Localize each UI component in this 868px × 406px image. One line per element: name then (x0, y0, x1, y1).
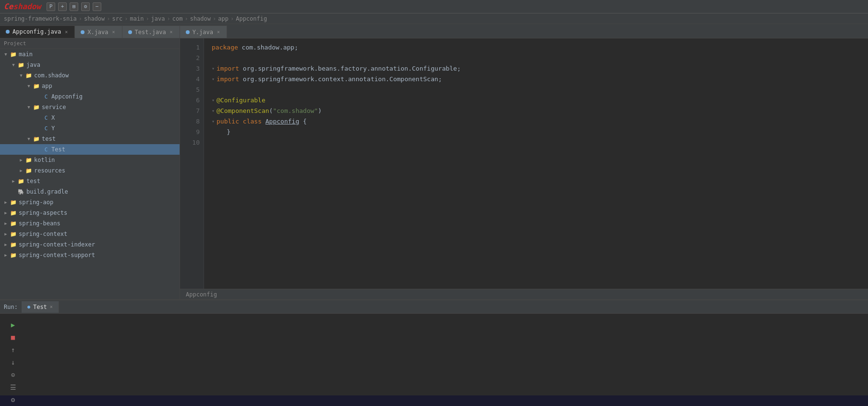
arrow-test-folder: ▼ (25, 136, 33, 141)
tree-label-main: main (19, 51, 33, 58)
line-numbers: 1 2 3 4 5 6 7 8 9 10 (180, 38, 204, 289)
run-list-button[interactable]: ☰ (8, 382, 18, 393)
tree-item-resources[interactable]: ▶ 📁 resources (0, 165, 180, 176)
run-arrow-down-button[interactable]: ↓ (8, 357, 18, 368)
arrow-test-root: ▶ (10, 179, 17, 184)
editor-tabs: Appconfig.java × X.java × Test.java × Y.… (0, 24, 868, 38)
tab-close-test[interactable]: × (169, 29, 174, 35)
arrow-spring-context-indexer: ▶ (2, 242, 10, 247)
run-camera-button[interactable]: ⊙ (8, 369, 18, 380)
code-line-8: ▾ public class Appconfig { (212, 116, 860, 127)
split-icon[interactable]: ⊞ (70, 2, 78, 11)
code-line-1: package com.shadow.app; (212, 42, 860, 53)
arrow-spring-aop: ▶ (2, 200, 10, 205)
tree-label-y: Y (51, 125, 55, 132)
tab-test[interactable]: Test.java × (122, 25, 180, 38)
tree-item-service[interactable]: ▼ 📁 service (0, 102, 180, 112)
fold-icon-6[interactable]: ▾ (212, 97, 215, 104)
code-line-3: ▾ import org.springframework.beans.facto… (212, 63, 860, 74)
arrow-resources: ▶ (17, 168, 25, 173)
tab-label-test: Test.java (135, 29, 166, 36)
folder-icon-service: 📁 (33, 104, 40, 111)
run-panel-tabs: Run: ● Test × (0, 300, 868, 314)
run-label: Run: (0, 300, 22, 314)
tab-dot-test (128, 30, 132, 34)
tree-label-test-folder: test (42, 135, 56, 142)
run-play-button[interactable]: ▶ (8, 320, 18, 330)
folder-icon-spring-context: 📁 (10, 231, 17, 237)
tree-item-build-gradle[interactable]: 🐘 build.gradle (0, 186, 180, 197)
tree-item-spring-context-support[interactable]: ▶ 📁 spring-context-support (0, 250, 180, 260)
fold-icon-3[interactable]: ▾ (212, 65, 215, 73)
project-icon[interactable]: P (47, 2, 55, 11)
code-line-7: ▾ @ComponentScan("com.shadow") (212, 106, 860, 116)
code-container: 1 2 3 4 5 6 7 8 9 10 package com.shadow.… (180, 38, 868, 289)
run-arrow-up-button[interactable]: ↑ (8, 344, 18, 355)
arrow-java: ▼ (10, 62, 17, 67)
tab-label-x: X.java (87, 29, 108, 36)
run-output-area (24, 318, 862, 406)
sidebar: Project ▼ 📁 main ▼ 📁 java ▼ 📁 com.shadow… (0, 38, 180, 299)
folder-icon-spring-beans: 📁 (10, 221, 17, 227)
top-bar: Ceshadow P + ⊞ ⚙ − (0, 0, 868, 13)
tab-close-y[interactable]: × (216, 29, 221, 35)
folder-icon-resources: 📁 (25, 168, 33, 174)
tree-label-resources: resources (34, 167, 65, 174)
tab-x[interactable]: X.java × (75, 25, 122, 38)
fold-icon-7[interactable]: ▾ (212, 107, 215, 115)
tree-item-spring-context[interactable]: ▶ 📁 spring-context (0, 229, 180, 239)
arrow-spring-aspects: ▶ (2, 210, 10, 215)
folder-icon-spring-aop: 📁 (10, 199, 17, 206)
code-editor[interactable]: package com.shadow.app; ▾ import org.spr… (204, 38, 868, 289)
sidebar-title: Project (4, 40, 26, 47)
folder-icon-java: 📁 (17, 62, 25, 68)
tab-close-x[interactable]: × (111, 29, 116, 35)
code-line-2 (212, 53, 860, 63)
minimize-icon[interactable]: − (93, 2, 101, 11)
folder-icon-app: 📁 (33, 83, 40, 89)
tree-label-spring-aspects: spring-aspects (19, 209, 67, 216)
class-icon-y: C (42, 125, 50, 132)
breadcrumb: spring-framework-snia › shadow › src › m… (0, 13, 868, 24)
folder-icon-spring-context-support: 📁 (10, 252, 17, 258)
run-stop-button[interactable]: ■ (8, 332, 18, 343)
run-tab-close[interactable]: × (50, 304, 53, 309)
tree-item-java[interactable]: ▼ 📁 java (0, 60, 180, 70)
tree-item-app[interactable]: ▼ 📁 app (0, 81, 180, 91)
tree-item-spring-context-indexer[interactable]: ▶ 📁 spring-context-indexer (0, 239, 180, 250)
tree-item-kotlin[interactable]: ▶ 📁 kotlin (0, 155, 180, 165)
tree-label-app: app (42, 83, 52, 89)
code-line-10 (212, 137, 860, 148)
add-icon[interactable]: + (58, 2, 67, 11)
tree-item-x[interactable]: C X (0, 112, 180, 123)
tree-item-spring-aspects[interactable]: ▶ 📁 spring-aspects (0, 208, 180, 218)
tree-item-appconfig[interactable]: C Appconfig (0, 91, 180, 102)
class-icon-test: C (42, 147, 50, 153)
tree-item-main[interactable]: ▼ 📁 main (0, 49, 180, 60)
tab-close-appconfig[interactable]: × (64, 29, 69, 35)
brand-logo: Ceshadow (4, 2, 41, 11)
tree-item-test-class[interactable]: C Test (0, 144, 180, 155)
run-tab-test[interactable]: ● Test × (22, 301, 59, 313)
tree-label-appconfig: Appconfig (51, 93, 83, 100)
tree-item-spring-aop[interactable]: ▶ 📁 spring-aop (0, 197, 180, 208)
code-line-9: } (212, 127, 860, 137)
folder-icon-test: 📁 (33, 136, 40, 142)
tree-label-kotlin: kotlin (34, 157, 55, 163)
tab-appconfig[interactable]: Appconfig.java × (0, 25, 75, 38)
tree-item-test-root[interactable]: ▶ 📁 test (0, 176, 180, 186)
settings-icon[interactable]: ⚙ (81, 2, 90, 11)
fold-icon-8[interactable]: ▾ (212, 118, 215, 125)
folder-icon-com-shadow: 📁 (25, 73, 33, 79)
tree-item-y[interactable]: C Y (0, 123, 180, 134)
tab-y[interactable]: Y.java × (180, 25, 227, 38)
run-settings-button[interactable]: ⚙ (8, 394, 18, 405)
fold-icon-4[interactable]: ▾ (212, 75, 215, 83)
tree-label-build-gradle: build.gradle (26, 188, 68, 195)
tree-item-test-folder[interactable]: ▼ 📁 test (0, 134, 180, 144)
tree-item-com-shadow[interactable]: ▼ 📁 com.shadow (0, 70, 180, 81)
run-tab-label-test: Test (33, 304, 47, 310)
tree-item-spring-beans[interactable]: ▶ 📁 spring-beans (0, 218, 180, 229)
tree-label-test-class: Test (51, 146, 65, 153)
main-layout: Project ▼ 📁 main ▼ 📁 java ▼ 📁 com.shadow… (0, 38, 868, 299)
